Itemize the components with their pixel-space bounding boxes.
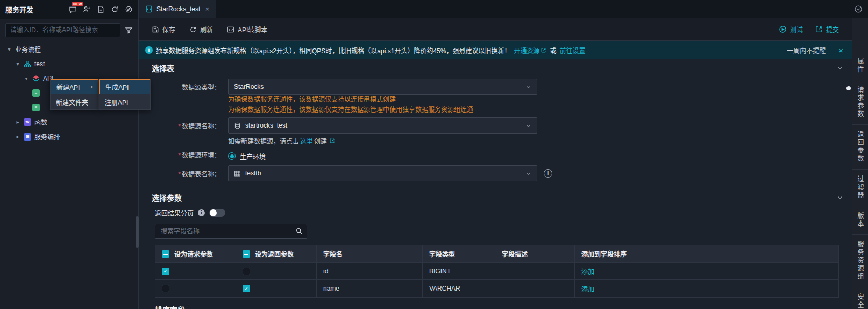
rail-tab-6[interactable]: 安全认证 [852,287,868,309]
api-doc-icon: ≡ [32,89,40,97]
api-layers-icon [32,75,40,82]
pagination-info-icon[interactable]: i [198,209,205,216]
field-type-cell: VARCHAR [423,280,495,297]
datasource-name-select[interactable]: startrocks_test [228,117,537,134]
banner-message: 独享数据服务资源组发布新规格（以api.s2开头），相同QPS时，比旧规格（以a… [156,46,510,55]
request-checkbox[interactable]: ✓ [162,268,169,275]
field-type-header-cell: 字段类型 [423,245,495,262]
chevron-down-icon [525,123,531,129]
field-label: 数据源类型： [171,79,220,115]
menu-item-new-folder[interactable]: 新建文件夹 [51,94,98,109]
pagination-row: 返回结果分页 i [155,208,843,217]
table-name-select[interactable]: testtb [228,165,537,181]
sidebar-resize-handle[interactable] [136,216,139,248]
datasource-type-select[interactable]: StarRocks [228,79,537,95]
menu-item-generate-api[interactable]: 生成API [99,79,150,94]
sidebar: 服务开发 NEW [0,0,139,309]
tab-starrocks-test[interactable]: StarRocks_test × [139,0,216,18]
collapse-chevron-icon[interactable] [837,194,843,201]
sidebar-toolbar: NEW [68,5,133,14]
request-select-all-checkbox[interactable] [162,250,169,258]
section-title: 选择参数 [152,192,182,203]
rail-tab-4[interactable]: 版本 [852,206,868,235]
collapse-chevron-icon[interactable] [837,65,843,71]
add-to-sort-link[interactable]: 添加 [581,266,594,276]
filter-icon[interactable] [125,26,133,34]
message-icon[interactable]: NEW [68,5,77,14]
dismiss-week-link[interactable]: 一周内不提醒 [787,46,826,55]
form-content: 选择表 数据源类型： StarRocks [139,59,852,309]
rail-tab-1[interactable]: 请求参数 [852,80,868,125]
field-search-input[interactable] [155,224,307,239]
pagination-toggle[interactable] [209,209,225,217]
banner-close-icon[interactable]: × [836,46,845,55]
table-header-row: 设为请求参数 设为返回参数 字段名 字段类型 字段描述 添加到字段排序 [155,245,838,263]
production-radio[interactable] [228,152,236,160]
api-to-script-button[interactable]: API转脚本 [227,25,267,34]
new-badge: NEW [72,2,83,6]
tree-item-functions[interactable]: ▸ fx 函数 [0,115,138,129]
tab-list-dropdown[interactable] [854,0,868,18]
field-desc-header-cell: 字段描述 [495,245,575,262]
notice-banner: i 独享数据服务资源组发布新规格（以api.s2开头），相同QPS时，比旧规格（… [139,41,852,59]
field-desc-cell [495,280,575,297]
refresh-icon[interactable] [110,5,119,14]
request-cell: ✓ [155,263,236,279]
rail-tab-3[interactable]: 过滤器 [852,170,868,206]
env-radio-group: 生产环境 [228,150,843,162]
menu-item-new-api[interactable]: 新建API › [51,79,98,94]
scrollbar-thumb[interactable] [846,86,851,90]
tree-item-business-process[interactable]: ▾ 业务流程 [0,42,138,57]
response-checkbox[interactable] [243,268,250,275]
chevron-right-icon: ▸ [15,119,20,125]
params-section-body: 返回结果分页 i [155,208,843,309]
external-link-icon[interactable] [329,138,335,144]
compass-icon[interactable] [124,5,133,14]
info-icon: i [145,46,153,54]
refresh-button[interactable]: 刷新 [189,25,213,34]
request-checkbox[interactable] [162,285,169,292]
sort-section-title: 排序字段 [155,304,843,309]
panel-title: 服务开发 [5,4,33,15]
field-label: *数据源环境： [171,148,220,162]
menu-item-register-api[interactable]: 注册API [99,94,150,109]
select-table-form: 数据源类型： StarRocks 为确保数据服务连通性，该数据源仅支持以连接串模… [171,79,843,181]
submenu-arrow-icon: › [90,83,93,90]
response-cell: ✓ [236,280,317,297]
rail-tab-0[interactable]: 属性 [852,52,868,80]
rail-tab-2[interactable]: 返回参数 [852,125,868,170]
sort-header-cell: 添加到字段排序 [575,245,838,262]
right-rail: 属性请求参数返回参数过滤器版本服务资源组安全认证 [852,18,868,309]
field-search [155,224,307,239]
function-icon: fx [24,118,31,126]
response-select-all-checkbox[interactable] [243,250,250,258]
tab-bar: StarRocks_test × [139,0,868,18]
go-settings-link[interactable]: 前往设置 [559,46,585,55]
add-to-sort-link[interactable]: 添加 [581,284,594,293]
table-row: ✓idBIGINT添加 [155,263,838,280]
chevron-right-icon: ▸ [15,134,20,139]
field-name-header-cell: 字段名 [317,245,423,262]
tab-close-icon[interactable]: × [205,5,209,13]
tree-item-test[interactable]: ▾ test [0,57,138,71]
datasource-warning-1: 为确保数据服务连通性，该数据源仅支持以连接串模式创建 [228,95,843,105]
app-root: 服务开发 NEW [0,0,868,309]
save-button[interactable]: 保存 [152,25,175,34]
add-file-icon[interactable] [96,5,105,14]
create-here-link[interactable]: 这里 [300,136,313,145]
response-checkbox[interactable]: ✓ [243,285,250,292]
table-help-icon[interactable]: i [544,169,552,178]
add-user-icon[interactable] [82,5,91,14]
submit-button[interactable]: 提交 [815,25,839,34]
rail-tab-5[interactable]: 服务资源组 [852,235,868,287]
main-body: 保存 刷新 API转脚本 测试 [139,18,868,309]
params-table-body: ✓idBIGINT添加✓nameVARCHAR添加 [155,263,838,297]
open-resource-link[interactable]: 开通资源 [514,46,546,55]
api-file-icon [145,5,153,13]
search-icon[interactable] [295,227,303,235]
tree-item-orchestration[interactable]: ▸ ⊞ 服务编排 [0,129,138,144]
test-button[interactable]: 测试 [779,25,803,34]
chevron-down-icon: ▾ [6,46,12,52]
search-input[interactable] [5,23,120,37]
editor-toolbar: 保存 刷新 API转脚本 测试 [139,18,852,41]
